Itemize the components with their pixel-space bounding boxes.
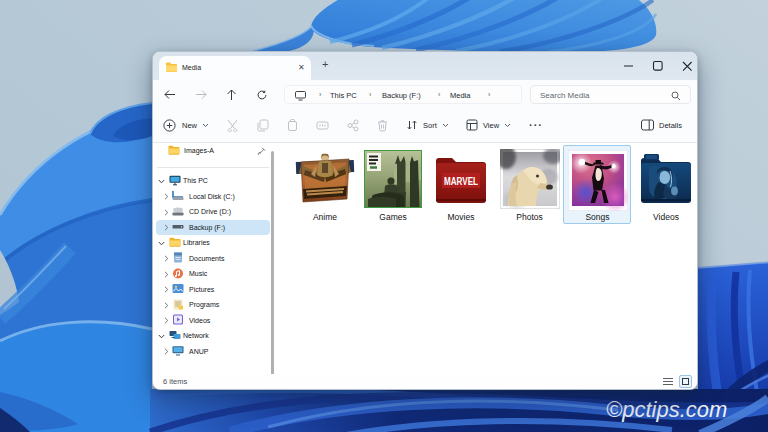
svg-text:MARVEL: MARVEL <box>444 176 478 187</box>
